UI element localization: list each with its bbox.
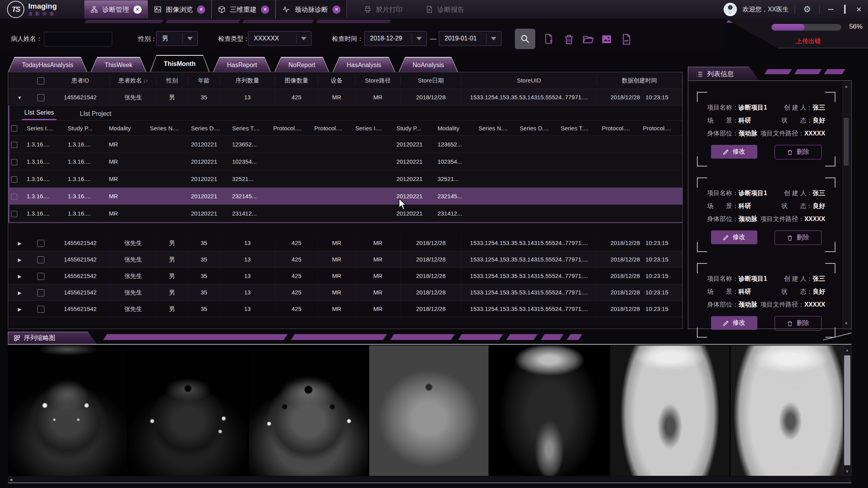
subcol[interactable]: Protocol.... [272, 125, 313, 132]
col-patient-id[interactable]: 患者ID [51, 75, 110, 86]
subcol[interactable]: Protocol.... [641, 125, 682, 132]
row-checkbox[interactable] [9, 210, 25, 217]
collapse-arrow-icon[interactable]: ▼ [17, 95, 22, 101]
tab-list-project[interactable]: LIst Project [78, 110, 114, 120]
subcol[interactable]: Series T.... [559, 125, 600, 132]
subcol[interactable]: Series N.... [477, 125, 518, 132]
modify-button[interactable]: 修改 [711, 145, 757, 159]
settings-gear-icon[interactable]: ⚙ [801, 4, 813, 15]
tab-list-series[interactable]: LIst Series [22, 109, 57, 120]
subcol[interactable]: Series T.... [230, 125, 272, 132]
series-row[interactable]: 1.3.16.... 1.3.16.... MR 20120221 102354… [9, 153, 682, 170]
modify-button[interactable]: 修改 [711, 316, 757, 330]
filter-tab[interactable]: NoReport [274, 57, 329, 72]
expand-arrow-icon[interactable]: ▶ [18, 241, 21, 246]
col-series-count[interactable]: 序列数量 [220, 75, 275, 86]
window-close-button[interactable]: ✕ [854, 5, 864, 14]
exam-type-select[interactable]: XXXXXX [248, 31, 312, 46]
row-checkbox[interactable] [9, 158, 25, 165]
expand-arrow-icon[interactable]: ▶ [18, 257, 21, 263]
avatar[interactable] [724, 3, 737, 16]
close-tab-icon[interactable]: ✕ [332, 5, 341, 14]
mri-thumbnail[interactable] [731, 345, 850, 476]
thumbnail-scrollbar[interactable]: ▲ ▼ [843, 345, 852, 476]
subcol[interactable]: Study P... [395, 125, 436, 132]
row-checkbox[interactable] [31, 251, 51, 267]
modify-button[interactable]: 修改 [711, 230, 757, 244]
nav-tab-diagnosis-report[interactable]: 诊断报告 [419, 0, 470, 18]
delete-button[interactable]: 删除 [775, 145, 822, 159]
filter-tab[interactable]: ThisMonth [150, 55, 210, 72]
mri-thumbnail[interactable] [249, 345, 368, 476]
mri-thumbnail[interactable] [369, 345, 489, 476]
row-checkbox[interactable] [9, 192, 25, 199]
series-row[interactable]: 1.3.16.... 1.3.16.... MR 20120221 32521.… [9, 170, 682, 188]
row-checkbox[interactable] [31, 235, 51, 251]
patient-row[interactable]: ▶ 1455621542 张先生 男 35 13 425 MR MR 2018/… [8, 251, 682, 268]
close-tab-icon[interactable]: ✕ [261, 5, 269, 14]
window-minimize-button[interactable] [826, 9, 836, 10]
gender-select[interactable]: 男 [156, 31, 198, 46]
row-checkbox[interactable] [31, 284, 51, 300]
subcol[interactable]: Series I.... [354, 125, 395, 132]
row-checkbox[interactable] [31, 301, 51, 317]
image-view-button[interactable] [600, 32, 614, 46]
scroll-down-icon[interactable]: ▼ [843, 469, 851, 473]
filter-tab[interactable]: HasReport [213, 57, 271, 72]
subcol[interactable]: Series I.... [25, 125, 66, 132]
row-checkbox[interactable] [9, 175, 25, 182]
scrollbar-thumb[interactable] [844, 355, 850, 465]
scroll-left-icon[interactable]: ◀ [9, 477, 13, 482]
right-panel-scrollbar[interactable]: ▲ ▼ [842, 82, 850, 327]
patient-row[interactable]: ▶ 1455621542 张先生 男 35 13 425 MR MR 2018/… [8, 235, 682, 251]
delete-button[interactable]: 删除 [775, 316, 822, 331]
series-row[interactable]: 1.3.16.... 1.3.16.... MR 20120221 232145… [9, 188, 682, 205]
col-store-path[interactable]: Store路径 [356, 75, 401, 86]
nav-tab-image-browse[interactable]: 图像浏览 ✕ [148, 0, 212, 18]
open-folder-button[interactable] [581, 32, 595, 46]
select-all-checkbox[interactable] [9, 124, 25, 132]
scrollbar-thumb[interactable] [844, 118, 849, 166]
nav-tab-carotid-diagnosis[interactable]: 颈动脉诊断 ✕ [275, 0, 347, 18]
delete-button[interactable] [562, 32, 576, 46]
image-report-button[interactable] [619, 32, 633, 46]
expand-arrow-icon[interactable]: ▶ [18, 274, 21, 279]
close-tab-icon[interactable]: ✕ [197, 5, 205, 14]
expand-arrow-icon[interactable]: ▶ [18, 307, 21, 312]
filter-tab[interactable]: ThisWeek [91, 57, 147, 72]
nav-tab-3d-reconstruction[interactable]: 三维重建 ✕ [212, 0, 275, 18]
patient-row-expanded[interactable]: ▼ 1455621542 张先生 男 35 13 425 MR MR 2018/… [8, 89, 682, 106]
window-maximize-button[interactable] [842, 5, 848, 13]
col-image-count[interactable]: 图像数量 [275, 75, 318, 86]
subcol[interactable]: Protocol.... [600, 125, 642, 132]
horizontal-scrollbar[interactable]: ◀ [8, 476, 852, 483]
search-button[interactable] [515, 29, 535, 49]
nav-tab-diagnosis-management[interactable]: 诊断管理 ✕ [84, 0, 148, 18]
row-checkbox[interactable] [31, 89, 51, 105]
col-store-date[interactable]: Store日期 [401, 75, 461, 86]
date-to-picker[interactable]: 2019-01-01 [439, 31, 501, 46]
patient-row[interactable]: ▶ 1455621542 张先生 男 35 13 425 MR MR 2018/… [8, 268, 682, 284]
subcol[interactable]: Modality [107, 125, 148, 132]
subcol[interactable]: Protocol.... [313, 125, 354, 132]
filter-tab[interactable]: NoAnalysis [398, 57, 458, 72]
col-store-uid[interactable]: StoreUID [461, 75, 597, 86]
col-device[interactable]: 设备 [318, 75, 356, 86]
col-gender[interactable]: 性别 [157, 75, 188, 86]
scroll-down-icon[interactable]: ▼ [843, 321, 850, 325]
subcol[interactable]: Series D.... [518, 125, 559, 132]
mri-thumbnail[interactable] [8, 345, 127, 476]
series-row[interactable]: 1.3.16.... 1.3.16.... MR 20120221 123652… [9, 136, 682, 153]
subcol[interactable]: Study P... [66, 125, 108, 132]
row-checkbox[interactable] [31, 268, 51, 284]
series-row[interactable]: 1.3.16.... 1.3.16.... MR 20120221 231412… [9, 205, 682, 222]
mri-thumbnail[interactable] [128, 345, 248, 476]
add-file-button[interactable] [542, 32, 556, 46]
col-created[interactable]: 数据创建时间 [597, 75, 682, 86]
select-all-checkbox[interactable] [31, 75, 51, 86]
date-from-picker[interactable]: 2018-12-29 [364, 31, 427, 46]
scroll-up-icon[interactable]: ▲ [843, 84, 850, 88]
sort-icon[interactable]: ↓↑ [143, 78, 148, 84]
patient-row[interactable]: ▶ 1455621542 张先生 男 35 13 425 MR MR 2018/… [8, 301, 682, 317]
mri-thumbnail[interactable] [610, 345, 729, 476]
